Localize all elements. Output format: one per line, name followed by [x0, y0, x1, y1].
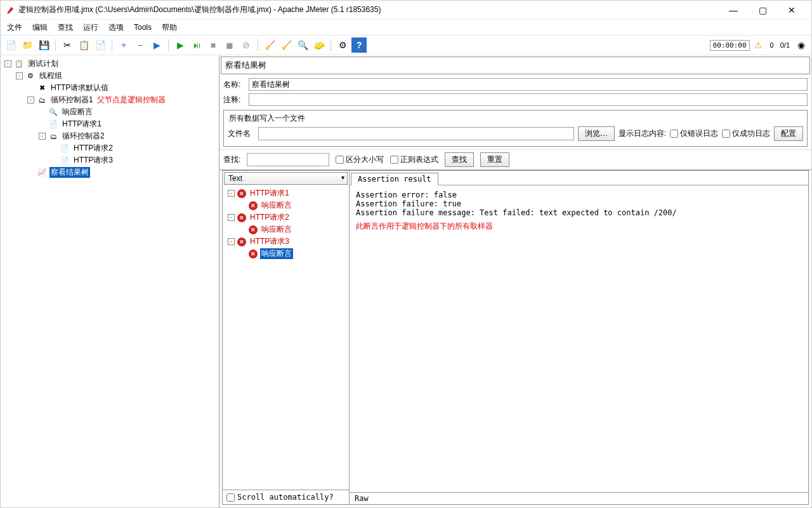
- result-tree[interactable]: -✕HTTP请求1✕响应断言-✕HTTP请求2✕响应断言-✕HTTP请求3✕响应…: [223, 186, 349, 490]
- result-label: HTTP请求3: [249, 236, 291, 247]
- menu-帮助[interactable]: 帮助: [158, 21, 181, 34]
- warning-icon[interactable]: ⚠: [751, 37, 766, 53]
- shutdown-icon[interactable]: ◼: [222, 37, 237, 53]
- start-noti-icon[interactable]: ⏯: [189, 37, 204, 53]
- tree-toggle[interactable]: -: [39, 133, 46, 140]
- tree-toggle[interactable]: -: [228, 238, 235, 245]
- tree-label: HTTP请求3: [72, 155, 114, 166]
- result-label: 响应断言: [260, 248, 293, 259]
- assertion-body: Assertion error: falseAssertion failure:…: [350, 185, 808, 492]
- browse-button[interactable]: 浏览…: [578, 126, 615, 141]
- error-icon: ✕: [237, 237, 246, 246]
- remove-icon[interactable]: −: [133, 37, 148, 53]
- tree-toggle[interactable]: -: [228, 214, 235, 221]
- result-node[interactable]: -✕HTTP请求1: [225, 187, 346, 199]
- tree-node[interactable]: 📄HTTP请求3: [2, 154, 218, 166]
- file-input[interactable]: [258, 127, 574, 140]
- errors-only-checkbox[interactable]: 仅错误日志: [670, 128, 718, 139]
- result-node[interactable]: ✕响应断言: [225, 224, 346, 236]
- menu-tools[interactable]: Tools: [130, 22, 155, 33]
- app-icon: [6, 6, 15, 15]
- find-button[interactable]: 查找: [445, 152, 474, 167]
- cut-icon[interactable]: ✂: [60, 37, 75, 53]
- success-only-checkbox[interactable]: 仅成功日志: [722, 128, 770, 139]
- function-icon[interactable]: ⚙: [335, 37, 350, 53]
- error-icon: ✕: [249, 225, 258, 234]
- regex-checkbox[interactable]: 正则表达式: [390, 154, 438, 165]
- test-plan-tree[interactable]: -📋测试计划-⚙线程组✖HTTP请求默认值-🗂循环控制器1父节点是逻辑控制器🔍响…: [1, 55, 219, 507]
- tree-icon: 🗂: [48, 131, 58, 142]
- search-input[interactable]: [247, 153, 329, 166]
- stop-icon[interactable]: ■: [206, 37, 221, 53]
- tree-label: HTTP请求默认值: [49, 83, 110, 93]
- file-group-legend: 所有数据写入一个文件: [226, 112, 804, 125]
- menu-编辑[interactable]: 编辑: [29, 21, 51, 34]
- scroll-auto-checkbox[interactable]: [226, 493, 235, 502]
- tree-node[interactable]: -🗂循环控制器1父节点是逻辑控制器: [2, 94, 218, 106]
- file-label: 文件名: [228, 128, 254, 139]
- tree-label: 循环控制器2: [61, 131, 106, 142]
- tree-node[interactable]: -⚙线程组: [2, 70, 218, 82]
- assertion-line: Assertion error: false: [356, 190, 802, 199]
- close-button[interactable]: ✕: [777, 1, 806, 19]
- tree-label: 察看结果树: [49, 167, 90, 178]
- tree-node[interactable]: ✖HTTP请求默认值: [2, 82, 218, 94]
- result-node[interactable]: ✕响应断言: [225, 248, 346, 260]
- tree-toggle[interactable]: -: [27, 97, 34, 104]
- paste-icon[interactable]: 📄: [93, 37, 108, 53]
- minimize-button[interactable]: —: [719, 1, 748, 19]
- annotation-text: 此断言作用于逻辑控制器下的所有取样器: [356, 221, 802, 232]
- stop-thread-icon[interactable]: ⊘: [239, 37, 254, 53]
- add-icon[interactable]: ＋: [116, 37, 131, 53]
- clear-icon[interactable]: 🧹: [262, 37, 277, 53]
- copy-icon[interactable]: 📋: [76, 37, 91, 53]
- clear-all-icon[interactable]: 🧹: [278, 37, 294, 53]
- error-icon: ✕: [237, 213, 246, 222]
- maximize-button[interactable]: ▢: [748, 1, 777, 19]
- result-node[interactable]: ✕响应断言: [225, 199, 346, 211]
- tree-node[interactable]: -📋测试计划: [2, 58, 218, 70]
- reset-search-icon[interactable]: 🧽: [311, 37, 327, 53]
- menu-选项[interactable]: 选项: [105, 21, 128, 34]
- tree-node[interactable]: -🗂循环控制器2: [2, 130, 218, 142]
- tree-label: HTTP请求2: [72, 143, 114, 154]
- tree-icon: 📄: [60, 156, 70, 166]
- tree-icon: 📈: [37, 168, 47, 178]
- tree-label: HTTP请求1: [61, 119, 103, 130]
- menu-文件[interactable]: 文件: [3, 21, 26, 34]
- scroll-auto-label: Scroll automatically?: [237, 493, 334, 502]
- name-input[interactable]: [249, 78, 808, 91]
- menu-运行[interactable]: 运行: [79, 21, 102, 34]
- case-checkbox[interactable]: 区分大小写: [336, 154, 384, 165]
- configure-button[interactable]: 配置: [774, 126, 803, 141]
- result-label: HTTP请求1: [249, 188, 291, 199]
- warning-count: 0: [770, 41, 774, 49]
- open-icon[interactable]: 📁: [20, 37, 35, 53]
- tree-toggle[interactable]: -: [4, 60, 11, 67]
- tab-raw[interactable]: Raw: [350, 492, 808, 504]
- result-node[interactable]: -✕HTTP请求3: [225, 236, 346, 248]
- tree-icon: 🔍: [48, 107, 58, 117]
- menu-查找[interactable]: 查找: [54, 21, 77, 34]
- tree-node[interactable]: 📄HTTP请求2: [2, 142, 218, 154]
- renderer-dropdown[interactable]: Text: [224, 172, 348, 185]
- start-icon[interactable]: ▶: [173, 37, 188, 53]
- tree-toggle[interactable]: -: [228, 190, 235, 197]
- tree-toggle[interactable]: -: [16, 72, 23, 79]
- search-icon[interactable]: 🔍: [295, 37, 310, 53]
- tree-node[interactable]: 📈察看结果树: [2, 166, 218, 178]
- tree-node[interactable]: 🔍响应断言: [2, 106, 218, 118]
- new-icon[interactable]: 📄: [3, 37, 18, 53]
- menubar: 文件编辑查找运行选项Tools帮助: [1, 20, 811, 35]
- expand-icon[interactable]: ▶: [149, 37, 164, 53]
- tab-assertion-result[interactable]: Assertion result: [351, 173, 438, 185]
- help-icon[interactable]: ?: [351, 37, 367, 53]
- name-label: 名称:: [223, 79, 245, 90]
- reset-button[interactable]: 重置: [480, 152, 509, 167]
- error-icon: ✕: [249, 250, 258, 258]
- tree-node[interactable]: 📄HTTP请求1: [2, 118, 218, 130]
- save-icon[interactable]: 💾: [36, 37, 51, 53]
- result-node[interactable]: -✕HTTP请求2: [225, 211, 346, 224]
- tree-label: 线程组: [38, 70, 63, 81]
- comment-input[interactable]: [249, 93, 808, 106]
